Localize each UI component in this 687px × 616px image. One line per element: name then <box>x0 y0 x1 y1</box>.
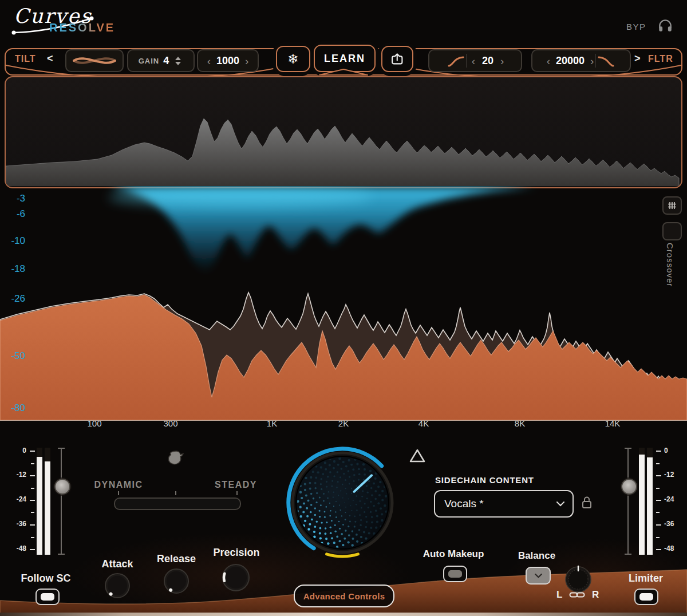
release-label: Release <box>148 553 205 565</box>
tilt-tab-label[interactable]: TILT <box>15 54 36 64</box>
freq-label: 2K <box>326 418 361 428</box>
balance-knob[interactable] <box>563 564 593 594</box>
headphones-icon[interactable] <box>657 17 673 33</box>
tilt-curve-button[interactable] <box>65 49 124 72</box>
attack-knob[interactable] <box>102 571 132 601</box>
reference-spectrum-panel[interactable] <box>5 76 682 188</box>
freq-label: 1K <box>255 418 289 428</box>
db-label: -3 <box>5 193 25 204</box>
meter-scale-label: -12 <box>664 471 685 479</box>
freq-label: 100 <box>77 418 112 428</box>
threshold-slider-track-right[interactable] <box>627 448 629 555</box>
grid-icon <box>667 201 677 210</box>
gain-spinner[interactable] <box>173 57 183 65</box>
meter-scale-label: -24 <box>664 495 685 503</box>
plugin-window: Curves RESOLVE BYP TILT < GAIN 4 ‹ 1000 … <box>0 0 687 616</box>
unlock-icon[interactable] <box>581 495 593 510</box>
hp-prev-chevron[interactable]: ‹ <box>467 56 476 66</box>
precision-label: Precision <box>207 547 266 559</box>
advanced-controls-label: Advanced Controls <box>303 591 385 601</box>
export-button[interactable] <box>381 46 413 72</box>
duck-icon[interactable] <box>165 447 188 469</box>
export-icon <box>391 53 404 65</box>
delta-icon[interactable] <box>409 448 426 463</box>
bypass-button[interactable]: BYP <box>626 22 646 31</box>
chevron-down-icon <box>535 574 542 578</box>
meter-scale-label: -36 <box>664 520 685 528</box>
highpass-filter-icon[interactable] <box>445 53 466 68</box>
fltr-next-arrow[interactable]: > <box>634 53 641 65</box>
gain-label: GAIN <box>139 57 160 65</box>
freq-label: 4K <box>406 418 441 428</box>
meter-scale-label: -24 <box>6 495 26 503</box>
crossover-grid-button[interactable] <box>662 196 682 215</box>
meter-scale-label: -48 <box>664 544 685 552</box>
level-meter-right-l <box>639 448 645 555</box>
threshold-slider-handle-right[interactable] <box>621 479 637 495</box>
follow-sc-toggle[interactable] <box>35 589 60 605</box>
auto-makeup-toggle[interactable] <box>443 566 467 582</box>
lowpass-group[interactable]: ‹ 20000 › <box>531 49 631 72</box>
gain-value[interactable]: 4 <box>163 55 169 67</box>
tilt-freq-value[interactable]: 1000 <box>212 55 244 67</box>
hp-next-chevron[interactable]: › <box>499 56 505 66</box>
knob-yellow-arc <box>327 554 358 556</box>
auto-makeup-label: Auto Makeup <box>416 548 491 560</box>
release-knob[interactable] <box>161 566 191 596</box>
meter-scale-label: -48 <box>6 544 26 552</box>
level-meter-right-r <box>647 448 653 555</box>
gray-spectrum <box>6 77 681 186</box>
balance-left-label: L <box>556 589 562 601</box>
db-label: -18 <box>5 263 25 275</box>
lp-prev-chevron[interactable]: ‹ <box>546 56 551 66</box>
bottom-edge-strip <box>0 613 687 616</box>
meter-scale-label: 0 <box>6 447 26 455</box>
steady-label: STEADY <box>203 480 269 490</box>
learn-label: LEARN <box>324 53 365 65</box>
attack-label: Attack <box>89 558 146 570</box>
level-meter-left-r <box>45 448 50 555</box>
dynamic-steady-slider[interactable] <box>114 497 241 510</box>
main-analyzer[interactable] <box>0 186 687 421</box>
hp-freq-value[interactable]: 20 <box>476 55 499 67</box>
product-name: RESOLVE <box>49 21 115 34</box>
meter-scale-label: -36 <box>6 520 26 528</box>
highpass-group[interactable]: ‹ 20 › <box>428 49 522 72</box>
freq-label: 300 <box>153 418 188 428</box>
limiter-label: Limiter <box>617 572 674 585</box>
tilt-freq-stepper[interactable]: ‹ 1000 › <box>197 49 259 72</box>
gain-stepper[interactable]: GAIN 4 <box>127 49 195 72</box>
db-label: -50 <box>5 350 25 362</box>
balance-label: Balance <box>512 550 561 562</box>
tilt-prev-arrow[interactable]: < <box>47 53 53 65</box>
freeze-button[interactable]: ❄ <box>276 46 310 72</box>
glow-highlight <box>109 187 372 207</box>
db-label: -6 <box>5 208 25 220</box>
meter-scale-label: -12 <box>6 471 26 479</box>
stereo-link-icon[interactable] <box>569 591 585 599</box>
precision-knob[interactable] <box>220 562 252 594</box>
fltr-tab-label[interactable]: FLTR <box>648 54 673 64</box>
advanced-controls-button[interactable]: Advanced Controls <box>294 585 394 607</box>
balance-right-label: R <box>592 589 599 601</box>
sidechain-dropdown[interactable]: Vocals * <box>434 490 574 518</box>
snowflake-icon: ❄ <box>287 52 298 67</box>
tilt-curve-icon <box>69 53 120 69</box>
threshold-slider-handle-left[interactable] <box>54 479 70 495</box>
freq-prev-chevron[interactable]: ‹ <box>206 56 212 66</box>
crossover-blank-button[interactable] <box>662 222 682 240</box>
balance-dropdown-button[interactable] <box>526 567 551 585</box>
sidechain-content-label: SIDECHAIN CONTENT <box>435 475 534 485</box>
main-amount-knob[interactable] <box>285 445 400 560</box>
lp-next-chevron[interactable]: › <box>589 56 595 66</box>
limiter-toggle[interactable] <box>634 589 658 605</box>
follow-sc-label: Follow SC <box>11 572 80 585</box>
chevron-down-icon <box>556 502 564 507</box>
freq-label: 8K <box>503 418 537 428</box>
lp-freq-value[interactable]: 20000 <box>551 55 589 67</box>
db-label: -26 <box>5 293 25 305</box>
freq-next-chevron[interactable]: › <box>244 56 250 66</box>
threshold-slider-track-left[interactable] <box>61 448 62 555</box>
lowpass-filter-icon[interactable] <box>596 53 617 68</box>
dynamic-label: DYNAMIC <box>86 480 151 490</box>
